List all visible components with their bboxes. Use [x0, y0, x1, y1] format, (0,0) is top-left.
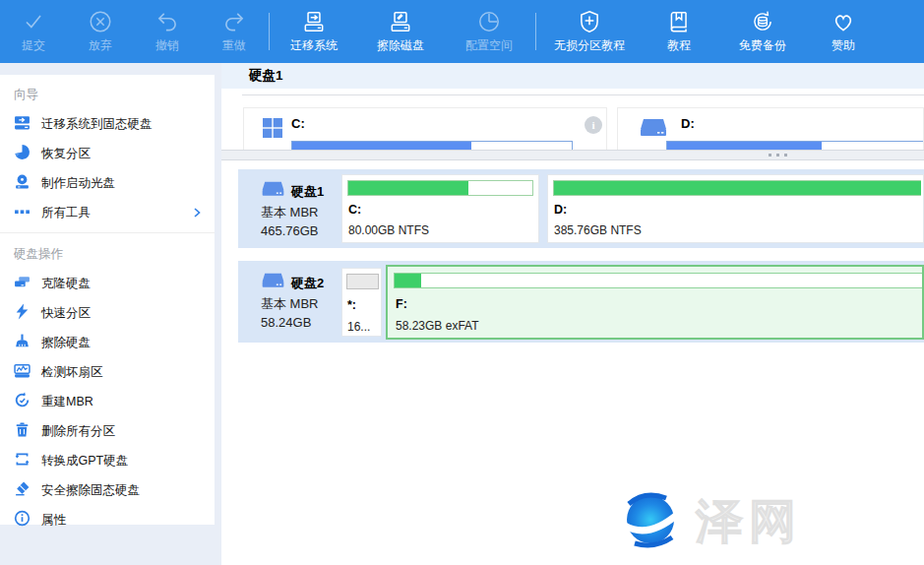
redo-button[interactable]: 重做 — [201, 0, 268, 63]
sidebar-item-wipe-hard-drive[interactable]: 擦除硬盘 — [0, 328, 215, 357]
sidebar-item-label: 转换成GPT硬盘 — [41, 453, 128, 470]
info-icon[interactable]: i — [585, 116, 602, 134]
discard-label: 放弃 — [89, 37, 112, 54]
migrate-os-disk-icon — [301, 9, 327, 34]
backup-refresh-icon — [750, 9, 775, 34]
partition-f-usage-bar — [394, 273, 922, 288]
sponsor-label: 赞助 — [832, 37, 855, 54]
free-backup-button[interactable]: 免费备份 — [716, 0, 809, 63]
commit-button[interactable]: 提交 — [0, 0, 67, 63]
panel-splitter[interactable] — [221, 150, 924, 160]
sidebar-divider — [0, 232, 215, 233]
sidebar-item-check-bad-sectors[interactable]: 检测坏扇区 — [0, 357, 215, 387]
sidebar-item-delete-all-partitions[interactable]: 删除所有分区 — [0, 416, 215, 446]
partition-star-info: 16... — [347, 320, 370, 334]
sidebar-item-bootable-media[interactable]: 制作启动光盘 — [0, 168, 215, 198]
sidebar-item-quick-partition[interactable]: 快速分区 — [0, 298, 215, 328]
disk1-name: 硬盘1 — [291, 183, 324, 201]
sidebar-item-recover-partition[interactable]: 恢复分区 — [0, 139, 215, 168]
all-tools-dots-icon — [14, 203, 31, 222]
sidebar-item-secure-erase-ssd[interactable]: 安全擦除固态硬盘 — [0, 475, 215, 505]
sidebar-item-label: 所有工具 — [41, 205, 91, 221]
sidebar-item-label: 制作启动光盘 — [41, 175, 115, 192]
overview-volume-d[interactable]: D: — [617, 107, 924, 150]
sidebar-item-properties[interactable]: 属性 — [0, 505, 215, 534]
migrate-os-label: 迁移系统 — [290, 37, 338, 54]
convert-swap-icon — [14, 451, 31, 471]
sidebar-item-label: 快速分区 — [41, 305, 91, 322]
discard-button[interactable]: 放弃 — [67, 0, 134, 63]
tutorial-button[interactable]: 教程 — [642, 0, 716, 63]
overview-volume-d-usage-bar — [666, 141, 924, 150]
tab-disk1[interactable]: 硬盘1 — [249, 67, 283, 85]
disk-list-panel: 硬盘1 基本 MBR 465.76GB C: 80.00GB NTFS D: 3… — [221, 160, 924, 565]
disk1-type-scheme: 基本 MBR — [261, 204, 319, 221]
clone-disk-icon — [14, 274, 31, 293]
disk1-info[interactable]: 硬盘1 基本 MBR 465.76GB — [238, 169, 341, 248]
undo-button[interactable]: 撤销 — [134, 0, 201, 63]
shield-plus-icon — [577, 9, 602, 34]
toolbar-separator — [535, 13, 536, 50]
overview-volume-c[interactable]: C: i — [243, 107, 607, 150]
redo-arrow-icon — [221, 9, 247, 34]
hard-disk-icon — [260, 180, 286, 204]
overview-volume-c-label: C: — [291, 116, 305, 131]
disk2-name: 硬盘2 — [291, 275, 324, 292]
sidebar: 向导 迁移系统到固态硬盘 恢复分区 制作启动光盘 所有工具 硬盘操作 克隆硬盘 … — [0, 75, 215, 525]
sidebar-item-label: 恢复分区 — [41, 146, 91, 162]
disk-row-1: 硬盘1 基本 MBR 465.76GB C: 80.00GB NTFS D: 3… — [238, 169, 924, 248]
overview-divider — [242, 94, 924, 95]
sidebar-item-label: 擦除硬盘 — [41, 335, 91, 351]
partition-f-info: 58.23GB exFAT — [396, 319, 479, 333]
sidebar-item-clone-disk[interactable]: 克隆硬盘 — [0, 269, 215, 298]
rebuild-refresh-icon — [14, 392, 31, 411]
heart-icon — [831, 9, 856, 34]
sidebar-section-disk-operations: 硬盘操作 — [0, 238, 215, 269]
disk2-info[interactable]: 硬盘2 基本 MBR 58.24GB — [238, 261, 341, 343]
overview-volume-c-usage-bar — [291, 141, 573, 150]
allocate-space-icon — [476, 9, 502, 34]
sidebar-item-rebuild-mbr[interactable]: 重建MBR — [0, 387, 215, 416]
migrate-os-button[interactable]: 迁移系统 — [271, 0, 357, 63]
chevron-right-icon — [191, 207, 203, 219]
sidebar-item-label: 删除所有分区 — [41, 423, 115, 440]
partition-star-label: *: — [347, 298, 356, 312]
allocate-space-button[interactable]: 配置空间 — [444, 0, 534, 63]
migrate-ssd-icon — [14, 114, 31, 134]
tutorial-label: 教程 — [667, 37, 691, 54]
sidebar-item-label: 安全擦除固态硬盘 — [41, 482, 140, 499]
volume-overview-panel: C: i D: — [221, 89, 924, 150]
sidebar-item-convert-gpt[interactable]: 转换成GPT硬盘 — [0, 446, 215, 475]
check-icon — [21, 9, 46, 34]
partition-star-usage-bar — [346, 274, 379, 289]
sidebar-item-migrate-ssd[interactable]: 迁移系统到固态硬盘 — [0, 109, 215, 139]
sidebar-item-label: 重建MBR — [41, 394, 93, 410]
wipe-disk-button[interactable]: 擦除磁盘 — [357, 0, 444, 63]
discard-circle-x-icon — [88, 9, 113, 34]
overview-volume-d-label: D: — [681, 116, 695, 131]
partition-tutorial-button[interactable]: 无损分区教程 — [537, 0, 642, 63]
wipe-disk-icon — [388, 9, 413, 34]
partition-tutorial-label: 无损分区教程 — [554, 37, 625, 54]
partition-d[interactable]: D: 385.76GB NTFS — [547, 174, 924, 243]
redo-label: 重做 — [222, 37, 246, 54]
commit-label: 提交 — [22, 37, 45, 54]
secure-eraser-icon — [14, 480, 31, 500]
disk-row-2: 硬盘2 基本 MBR 58.24GB *: 16... F: 58.23GB e… — [238, 261, 924, 343]
watermark-swirl-logo-icon — [615, 488, 686, 555]
sidebar-item-all-tools[interactable]: 所有工具 — [0, 198, 215, 227]
bootable-media-icon — [14, 173, 31, 193]
partition-f-selected[interactable]: F: 58.23GB exFAT — [386, 265, 924, 340]
hard-disk-icon — [260, 272, 286, 295]
partition-c[interactable]: C: 80.00GB NTFS — [341, 174, 539, 243]
sponsor-button[interactable]: 赞助 — [809, 0, 878, 63]
disk-tab-bar: 硬盘1 — [221, 63, 924, 89]
free-backup-label: 免费备份 — [739, 37, 786, 54]
partition-star[interactable]: *: 16... — [341, 268, 382, 337]
toolbar: 提交 放弃 撤销 重做 迁移系统 擦除磁盘 配置空间 无损分区教程 教程 免费备… — [0, 0, 924, 63]
partition-d-usage-bar — [553, 180, 921, 196]
splitter-grip-icon — [769, 154, 787, 157]
partition-c-info: 80.00GB NTFS — [348, 223, 429, 237]
undo-label: 撤销 — [155, 37, 179, 54]
recover-partition-icon — [14, 144, 31, 163]
